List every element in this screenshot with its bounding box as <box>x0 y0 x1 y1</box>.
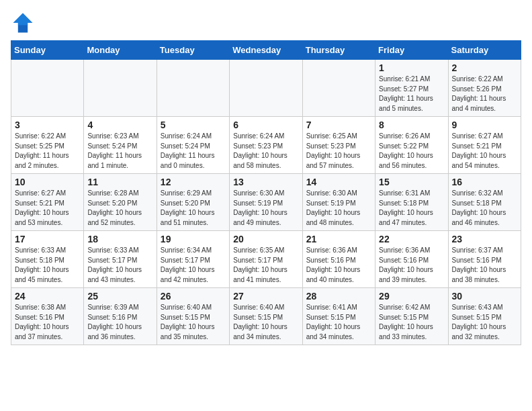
day-info: Sunrise: 6:23 AM Sunset: 5:24 PM Dayligh… <box>87 132 152 171</box>
calendar-cell: 8Sunrise: 6:26 AM Sunset: 5:22 PM Daylig… <box>375 117 448 174</box>
day-info: Sunrise: 6:31 AM Sunset: 5:18 PM Dayligh… <box>379 189 444 228</box>
calendar-cell: 11Sunrise: 6:28 AM Sunset: 5:20 PM Dayli… <box>84 174 157 231</box>
calendar-cell: 2Sunrise: 6:22 AM Sunset: 5:26 PM Daylig… <box>448 60 521 117</box>
calendar-cell: 17Sunrise: 6:33 AM Sunset: 5:18 PM Dayli… <box>11 231 84 288</box>
day-info: Sunrise: 6:40 AM Sunset: 5:15 PM Dayligh… <box>161 303 226 342</box>
calendar-cell: 5Sunrise: 6:24 AM Sunset: 5:24 PM Daylig… <box>157 117 229 174</box>
day-number: 4 <box>87 120 152 130</box>
day-number: 26 <box>161 291 226 302</box>
day-number: 17 <box>15 234 80 244</box>
day-info: Sunrise: 6:36 AM Sunset: 5:16 PM Dayligh… <box>306 246 371 285</box>
day-info: Sunrise: 6:25 AM Sunset: 5:23 PM Dayligh… <box>306 132 371 171</box>
day-number: 29 <box>379 291 444 302</box>
calendar-cell: 23Sunrise: 6:37 AM Sunset: 5:16 PM Dayli… <box>448 231 521 288</box>
day-number: 6 <box>233 120 298 130</box>
day-number: 7 <box>306 120 371 130</box>
day-number: 24 <box>15 291 80 302</box>
day-info: Sunrise: 6:33 AM Sunset: 5:18 PM Dayligh… <box>15 246 80 285</box>
day-number: 9 <box>452 120 517 130</box>
calendar-cell: 15Sunrise: 6:31 AM Sunset: 5:18 PM Dayli… <box>375 174 448 231</box>
calendar-cell: 28Sunrise: 6:41 AM Sunset: 5:15 PM Dayli… <box>302 288 375 345</box>
day-info: Sunrise: 6:27 AM Sunset: 5:21 PM Dayligh… <box>452 132 517 171</box>
day-info: Sunrise: 6:21 AM Sunset: 5:27 PM Dayligh… <box>379 75 444 113</box>
calendar-week: 3Sunrise: 6:22 AM Sunset: 5:25 PM Daylig… <box>11 117 521 174</box>
logo <box>11 11 39 35</box>
day-number: 10 <box>15 177 80 187</box>
day-number: 19 <box>161 234 226 244</box>
calendar-cell: 18Sunrise: 6:33 AM Sunset: 5:17 PM Dayli… <box>84 231 157 288</box>
day-number: 15 <box>379 177 444 187</box>
calendar-week: 10Sunrise: 6:27 AM Sunset: 5:21 PM Dayli… <box>11 174 521 231</box>
day-number: 21 <box>306 234 371 244</box>
calendar-cell: 27Sunrise: 6:40 AM Sunset: 5:15 PM Dayli… <box>230 288 302 345</box>
day-number: 12 <box>161 177 226 187</box>
calendar-cell: 26Sunrise: 6:40 AM Sunset: 5:15 PM Dayli… <box>157 288 229 345</box>
day-info: Sunrise: 6:43 AM Sunset: 5:15 PM Dayligh… <box>452 303 517 342</box>
day-info: Sunrise: 6:34 AM Sunset: 5:17 PM Dayligh… <box>161 246 226 285</box>
day-info: Sunrise: 6:30 AM Sunset: 5:19 PM Dayligh… <box>233 189 298 228</box>
header-day: Friday <box>375 41 448 60</box>
calendar-header: SundayMondayTuesdayWednesdayThursdayFrid… <box>11 41 521 60</box>
calendar-cell: 22Sunrise: 6:36 AM Sunset: 5:16 PM Dayli… <box>375 231 448 288</box>
calendar-cell: 9Sunrise: 6:27 AM Sunset: 5:21 PM Daylig… <box>448 117 521 174</box>
day-info: Sunrise: 6:38 AM Sunset: 5:16 PM Dayligh… <box>15 303 80 342</box>
day-number: 11 <box>87 177 152 187</box>
calendar-table: SundayMondayTuesdayWednesdayThursdayFrid… <box>11 40 521 345</box>
day-number: 8 <box>379 120 444 130</box>
day-info: Sunrise: 6:35 AM Sunset: 5:17 PM Dayligh… <box>233 246 298 285</box>
header <box>11 11 521 35</box>
calendar-cell: 25Sunrise: 6:39 AM Sunset: 5:16 PM Dayli… <box>84 288 157 345</box>
day-number: 28 <box>306 291 371 302</box>
calendar-cell <box>157 60 229 117</box>
day-number: 18 <box>87 234 152 244</box>
calendar-cell: 6Sunrise: 6:24 AM Sunset: 5:23 PM Daylig… <box>230 117 302 174</box>
svg-marker-1 <box>13 13 33 26</box>
day-info: Sunrise: 6:39 AM Sunset: 5:16 PM Dayligh… <box>87 303 152 342</box>
calendar-week: 1Sunrise: 6:21 AM Sunset: 5:27 PM Daylig… <box>11 60 521 117</box>
calendar-cell: 29Sunrise: 6:42 AM Sunset: 5:15 PM Dayli… <box>375 288 448 345</box>
day-number: 1 <box>379 62 444 73</box>
day-info: Sunrise: 6:24 AM Sunset: 5:24 PM Dayligh… <box>161 132 226 171</box>
calendar-cell: 3Sunrise: 6:22 AM Sunset: 5:25 PM Daylig… <box>11 117 84 174</box>
header-day: Monday <box>84 41 157 60</box>
day-number: 14 <box>306 177 371 187</box>
day-number: 25 <box>87 291 152 302</box>
day-number: 2 <box>452 62 517 73</box>
calendar-cell: 21Sunrise: 6:36 AM Sunset: 5:16 PM Dayli… <box>302 231 375 288</box>
calendar-cell: 4Sunrise: 6:23 AM Sunset: 5:24 PM Daylig… <box>84 117 157 174</box>
day-number: 3 <box>15 120 80 130</box>
calendar-cell: 12Sunrise: 6:29 AM Sunset: 5:20 PM Dayli… <box>157 174 229 231</box>
calendar-cell <box>84 60 157 117</box>
day-number: 16 <box>452 177 517 187</box>
calendar-cell: 19Sunrise: 6:34 AM Sunset: 5:17 PM Dayli… <box>157 231 229 288</box>
day-number: 22 <box>379 234 444 244</box>
calendar-week: 17Sunrise: 6:33 AM Sunset: 5:18 PM Dayli… <box>11 231 521 288</box>
logo-icon <box>11 11 35 35</box>
calendar-week: 24Sunrise: 6:38 AM Sunset: 5:16 PM Dayli… <box>11 288 521 345</box>
header-day: Saturday <box>448 41 521 60</box>
calendar-cell: 20Sunrise: 6:35 AM Sunset: 5:17 PM Dayli… <box>230 231 302 288</box>
day-info: Sunrise: 6:22 AM Sunset: 5:26 PM Dayligh… <box>452 75 517 113</box>
header-row: SundayMondayTuesdayWednesdayThursdayFrid… <box>11 41 521 60</box>
calendar-cell: 30Sunrise: 6:43 AM Sunset: 5:15 PM Dayli… <box>448 288 521 345</box>
day-info: Sunrise: 6:26 AM Sunset: 5:22 PM Dayligh… <box>379 132 444 171</box>
day-info: Sunrise: 6:37 AM Sunset: 5:16 PM Dayligh… <box>452 246 517 285</box>
calendar-cell <box>11 60 84 117</box>
day-info: Sunrise: 6:29 AM Sunset: 5:20 PM Dayligh… <box>161 189 226 228</box>
calendar-cell: 13Sunrise: 6:30 AM Sunset: 5:19 PM Dayli… <box>230 174 302 231</box>
header-day: Wednesday <box>230 41 302 60</box>
day-info: Sunrise: 6:40 AM Sunset: 5:15 PM Dayligh… <box>233 303 298 342</box>
day-number: 30 <box>452 291 517 302</box>
calendar-body: 1Sunrise: 6:21 AM Sunset: 5:27 PM Daylig… <box>11 60 521 345</box>
day-info: Sunrise: 6:33 AM Sunset: 5:17 PM Dayligh… <box>87 246 152 285</box>
header-day: Tuesday <box>157 41 229 60</box>
day-info: Sunrise: 6:30 AM Sunset: 5:19 PM Dayligh… <box>306 189 371 228</box>
day-number: 5 <box>161 120 226 130</box>
calendar-cell: 1Sunrise: 6:21 AM Sunset: 5:27 PM Daylig… <box>375 60 448 117</box>
header-day: Thursday <box>302 41 375 60</box>
day-info: Sunrise: 6:28 AM Sunset: 5:20 PM Dayligh… <box>87 189 152 228</box>
day-number: 27 <box>233 291 298 302</box>
calendar-cell: 14Sunrise: 6:30 AM Sunset: 5:19 PM Dayli… <box>302 174 375 231</box>
calendar-cell: 7Sunrise: 6:25 AM Sunset: 5:23 PM Daylig… <box>302 117 375 174</box>
calendar-cell: 16Sunrise: 6:32 AM Sunset: 5:18 PM Dayli… <box>448 174 521 231</box>
